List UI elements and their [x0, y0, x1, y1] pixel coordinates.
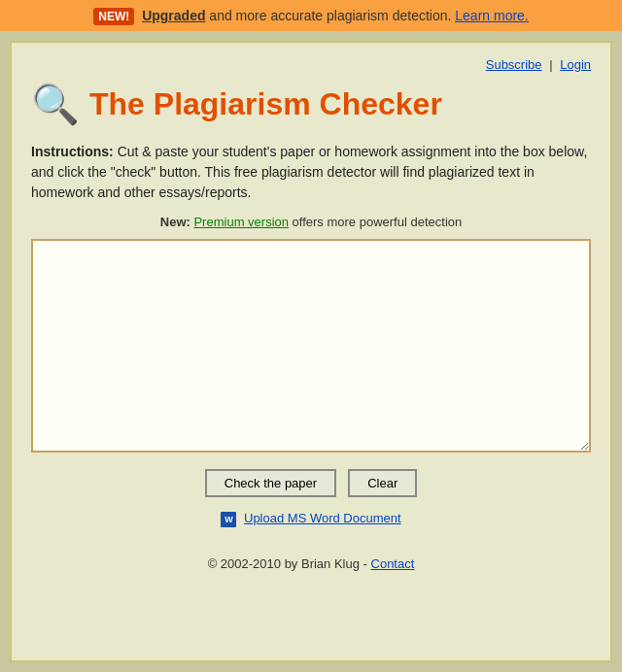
instructions-label: Instructions: [31, 144, 114, 159]
premium-line: New: Premium version offers more powerfu… [31, 215, 591, 229]
footer: © 2002-2010 by Brian Klug - Contact [31, 547, 591, 571]
magnifier-icon: 🔍 [31, 82, 80, 127]
upgraded-link[interactable]: Upgraded [142, 8, 205, 23]
copyright-text: © 2002-2010 by Brian Klug - [208, 556, 371, 571]
top-banner: NEW! Upgraded and more accurate plagiari… [0, 0, 622, 31]
paper-textarea[interactable] [31, 239, 591, 453]
subscribe-link[interactable]: Subscribe [486, 57, 542, 72]
banner-middle-text: and more accurate plagiarism detection. [209, 8, 451, 23]
new-badge: NEW! [93, 8, 134, 25]
upload-link[interactable]: Upload MS Word Document [244, 511, 401, 525]
main-container: Subscribe | Login 🔍 The Plagiarism Check… [10, 41, 612, 662]
word-icon: W [221, 512, 236, 527]
instructions: Instructions: Cut & paste your student's… [31, 142, 591, 203]
premium-rest-text: offers more powerful detection [289, 215, 462, 229]
top-links: Subscribe | Login [31, 57, 591, 72]
main-title: The Plagiarism Checker [89, 86, 442, 122]
contact-link[interactable]: Contact [371, 556, 415, 571]
upload-row: W Upload MS Word Document [31, 511, 591, 527]
title-row: 🔍 The Plagiarism Checker [31, 82, 591, 127]
buttons-row: Check the paper Clear [31, 469, 591, 497]
instructions-text: Cut & paste your student's paper or home… [31, 144, 587, 200]
login-link[interactable]: Login [560, 57, 591, 72]
new-label: New: [160, 215, 190, 229]
clear-button[interactable]: Clear [348, 469, 417, 497]
check-button[interactable]: Check the paper [205, 469, 336, 497]
learn-more-link[interactable]: Learn more. [455, 8, 528, 23]
premium-version-link[interactable]: Premium version [193, 215, 289, 229]
link-separator: | [549, 57, 552, 72]
